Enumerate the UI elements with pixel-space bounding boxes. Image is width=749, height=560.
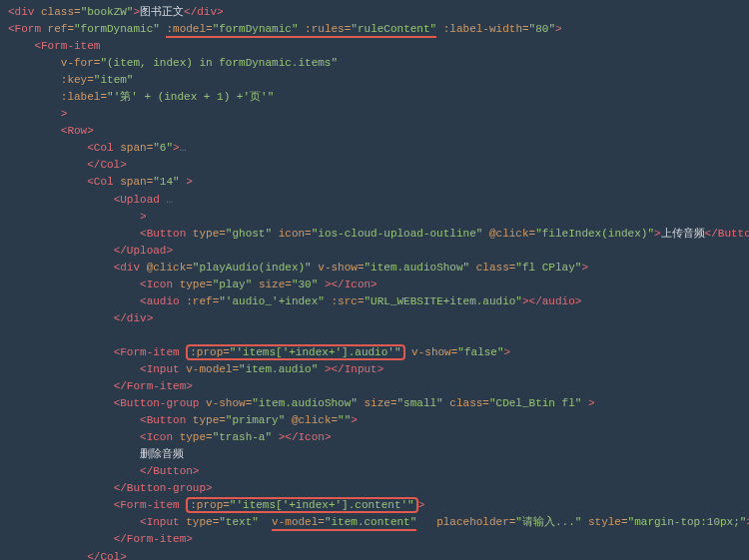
- attr: span=: [120, 142, 153, 154]
- tag: </Form-item>: [114, 380, 193, 392]
- tag: </Col>: [87, 551, 127, 561]
- attr: v-for=: [61, 57, 101, 69]
- str: "'第' + (index + 1) +'页'": [107, 91, 274, 103]
- attr: class=: [41, 6, 81, 18]
- tag: <div: [8, 6, 41, 18]
- tag: </Button-group>: [114, 482, 213, 494]
- code-editor[interactable]: <div class="bookZW">图书正文</div> <Form ref…: [0, 0, 749, 560]
- attr: ref=: [48, 23, 74, 35]
- str: "14": [153, 176, 179, 188]
- tag: <div: [114, 262, 147, 274]
- tag: >: [140, 211, 147, 223]
- annotation-underline: v-model="item.content": [272, 516, 416, 531]
- annotation-underline: :model="formDynamic" :rules="ruleContent…: [166, 23, 436, 38]
- annotation-box-audio: :prop="'items['+index+'].audio'": [186, 344, 404, 360]
- tag: <Col: [87, 142, 120, 154]
- tag: <Row>: [61, 125, 94, 137]
- attr: :key=: [61, 74, 94, 86]
- attr: span=: [120, 176, 153, 188]
- annotation-box-content: :prop="'items['+index+'].content'": [186, 497, 417, 513]
- tag: </Upload>: [114, 245, 173, 257]
- tag: <Upload: [114, 194, 160, 206]
- text: 删除音频: [140, 448, 184, 460]
- tag: </Button>: [140, 465, 199, 477]
- tag: </Col>: [87, 159, 127, 171]
- text: 图书正文: [140, 6, 184, 18]
- tag: <Button: [140, 228, 193, 240]
- str: "bookZW": [81, 6, 134, 18]
- attr: :label=: [61, 91, 107, 103]
- tag: <Form: [8, 23, 48, 35]
- tag: </div>: [114, 312, 154, 324]
- fold-icon[interactable]: …: [160, 194, 173, 206]
- tag: >: [61, 108, 68, 120]
- tag: </div>: [184, 6, 224, 18]
- attr: :label-width=: [443, 23, 529, 35]
- tag: <Form-item: [34, 40, 100, 52]
- str: "(item, index) in formDynamic.items": [100, 57, 338, 69]
- str: "80": [529, 23, 555, 35]
- str: "formDynamic": [74, 23, 160, 35]
- tag: <Col: [87, 176, 120, 188]
- tag: <Form-item: [114, 346, 187, 358]
- str: "item": [94, 74, 134, 86]
- tag: </Form-item>: [114, 533, 193, 545]
- fold-icon[interactable]: …: [180, 142, 187, 154]
- str: "6": [153, 142, 173, 154]
